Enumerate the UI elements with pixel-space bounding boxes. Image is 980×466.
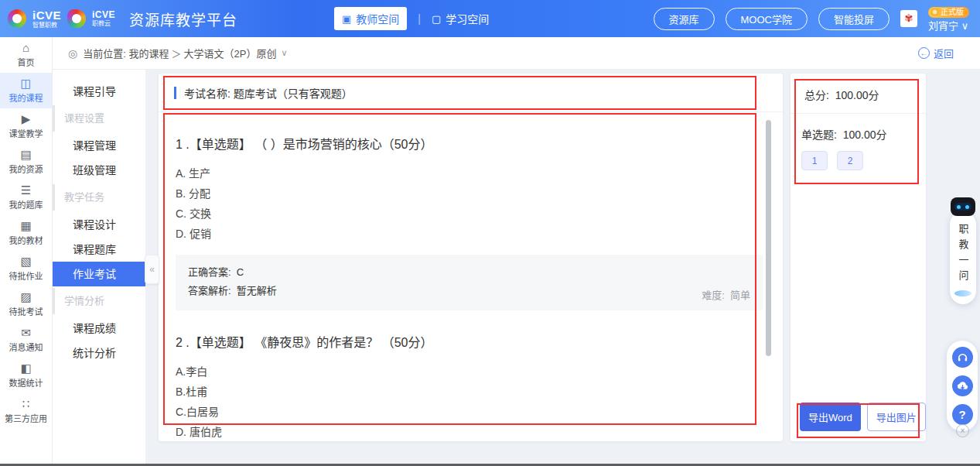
tab-teacher-label: 教师空间 — [356, 11, 399, 26]
logo-primary-sub: 智慧职教 — [32, 22, 61, 29]
sidebar-item-statistics[interactable]: ◧ 数据统计 — [0, 358, 52, 393]
cloud-download-icon — [957, 380, 968, 392]
certificate-icon[interactable]: ✾ — [900, 10, 917, 27]
menu-section-course-setup[interactable]: 课程设置 — [53, 105, 145, 132]
space-tabs: ▣ 教师空间 | ▢ 学习空间 — [334, 0, 489, 37]
top-header: iCVE 智慧职教 iCVE 职教云 资源库教学平台 ▣ 教师空间 | ▢ 学习… — [0, 0, 980, 37]
header-right: 资源库 MOOC学院 智能投屏 ✾ 正式版 刘宵宁 ∨ — [654, 7, 969, 31]
sidebar-item-messages[interactable]: ✉ 消息通知 — [0, 322, 52, 358]
headset-icon — [957, 351, 968, 363]
question-nav-button[interactable]: 1 — [801, 151, 828, 170]
sidebar-item-question-bank[interactable]: ☰ 我的题库 — [0, 180, 52, 215]
course-menu-item-label: 课程引导 — [73, 85, 116, 98]
sidebar-item-pending-exams[interactable]: ▨ 待批考试 — [0, 286, 52, 322]
sidebar-item-home[interactable]: ⌂ 首页 — [0, 37, 52, 73]
sidebar-item-icon: ▨ — [20, 291, 31, 303]
sidebar-item-my-courses[interactable]: ◫ 我的课程 — [0, 73, 52, 108]
menu-item-course-intro[interactable]: 课程引导 — [53, 79, 145, 104]
section-score-value: 100.00分 — [843, 128, 887, 141]
back-button[interactable]: ← 返回 — [918, 46, 954, 60]
sidebar-item-third-party[interactable]: ∷ 第三方应用 — [0, 393, 52, 429]
exam-name-label: 考试名称: — [184, 85, 230, 101]
platform-title: 资源库教学平台 — [129, 9, 237, 29]
question-option: A. 生产 — [176, 163, 763, 183]
sidebar-item-icon: ⌂ — [22, 42, 29, 53]
course-menu-item-label: 课程成绩 — [73, 322, 116, 334]
sidebar-item-label: 课堂教学 — [9, 127, 43, 139]
menu-item-homework-exam[interactable]: 作业考试 — [53, 262, 145, 286]
nav-smart-cast[interactable]: 智能投屏 — [818, 8, 890, 30]
nav-resource-library[interactable]: 资源库 — [654, 8, 715, 30]
sidebar-item-label: 第三方应用 — [5, 412, 47, 424]
sidebar-item-classroom[interactable]: ▶ 课堂教学 — [0, 108, 52, 144]
question-2-options: A.李白 B.杜甫 C.白居易 D. 唐伯虎 — [176, 361, 763, 441]
tab-student-space[interactable]: ▢ 学习空间 — [432, 11, 489, 26]
nav-mooc-academy[interactable]: MOOC学院 — [726, 8, 808, 30]
question-2: 2 .【单选题】 《静夜思》的作者是？ （50分） A.李白 B.杜甫 C.白居… — [176, 332, 763, 441]
logo-primary-name: iCVE — [32, 9, 61, 21]
sidebar-item-my-resources[interactable]: ▤ 我的资源 — [0, 144, 52, 180]
question-nav-button[interactable]: 2 — [837, 151, 863, 170]
customer-service-button[interactable] — [952, 347, 973, 368]
primary-sidebar: ⌂ 首页 ◫ 我的课程 ▶ 课堂教学 ▤ 我的资源 ☰ 我的题库 — [0, 37, 53, 464]
course-menu-item-label: 教学任务 — [64, 191, 104, 203]
exam-questions: 1 .【单选题】 （ ）是市场营销的核心（50分） A. 生产 B. 分配 C.… — [159, 112, 783, 441]
breadcrumb-caret-icon[interactable]: ∨ — [281, 48, 287, 58]
sidebar-item-label: 我的教材 — [9, 234, 43, 246]
export-word-button[interactable]: 导出Word — [800, 403, 861, 431]
menu-item-stat-analysis[interactable]: 统计分析 — [53, 341, 145, 365]
student-space-icon: ▢ — [432, 13, 441, 25]
help-button[interactable]: ? — [952, 404, 973, 425]
question-option: C. 交换 — [176, 204, 763, 224]
menu-collapse-handle[interactable]: « — [145, 255, 159, 284]
menu-section-analysis[interactable]: 学情分析 — [53, 288, 145, 314]
sidebar-item-label: 待批作业 — [9, 269, 43, 282]
wave-decoration — [954, 290, 971, 296]
assistant-widget[interactable]: 职教一问 — [948, 197, 978, 304]
question-1-answer-block: 正确答案: C 答案解析: 暂无解析 难度: 简单 — [176, 255, 763, 310]
sidebar-item-icon: ▦ — [20, 220, 31, 231]
sidebar-item-icon: ∷ — [22, 398, 30, 409]
question-mark-icon: ? — [958, 408, 965, 421]
menu-item-course-manage[interactable]: 课程管理 — [53, 133, 145, 158]
assistant-label: 职教一问 — [956, 224, 971, 286]
difficulty-value: 简单 — [730, 290, 750, 301]
download-button[interactable] — [952, 375, 973, 396]
teacher-space-icon: ▣ — [342, 13, 351, 25]
question-nav: 1 2 — [790, 142, 926, 170]
export-buttons: 导出Word 导出图片 — [800, 403, 926, 431]
course-menu: 课程引导 课程设置 课程管理 班级管理 教学任务 课程设计 课程题库 — [53, 70, 145, 464]
question-1-options: A. 生产 B. 分配 C. 交换 D. 促销 — [176, 163, 763, 244]
breadcrumb-separator: ＞ — [171, 46, 181, 60]
sidebar-item-icon: ◫ — [20, 77, 31, 89]
difficulty-line: 难度: 简单 — [702, 287, 750, 302]
course-menu-item-label: 课程题库 — [73, 243, 116, 255]
tab-teacher-space[interactable]: ▣ 教师空间 — [334, 7, 407, 30]
course-menu-item-label: 学情分析 — [64, 295, 104, 307]
sidebar-item-pending-homework[interactable]: ▧ 待批作业 — [0, 251, 52, 286]
question-1-title: 1 .【单选题】 （ ）是市场营销的核心（50分） — [176, 134, 763, 152]
breadcrumb-parent-link[interactable]: 我的课程 — [128, 46, 169, 60]
menu-section-teaching[interactable]: 教学任务 — [53, 184, 145, 211]
robot-icon — [951, 197, 975, 216]
course-menu-item-label: 班级管理 — [73, 164, 116, 176]
medal-icon — [931, 9, 938, 15]
sidebar-item-textbooks[interactable]: ▦ 我的教材 — [0, 215, 52, 251]
close-floating-button[interactable]: × — [956, 424, 969, 437]
export-image-button[interactable]: 导出图片 — [867, 403, 926, 431]
content-scrollbar[interactable] — [766, 120, 771, 356]
icve-zhihui-logo-icon — [8, 9, 26, 28]
menu-item-class-manage[interactable]: 班级管理 — [53, 158, 145, 183]
sidebar-item-label: 我的资源 — [9, 163, 43, 175]
sidebar-item-icon: ▶ — [22, 113, 31, 125]
sidebar-item-label: 消息通知 — [9, 341, 43, 353]
close-icon: × — [960, 426, 965, 435]
question-option: A.李白 — [176, 361, 763, 382]
user-menu[interactable]: 正式版 刘宵宁 ∨ — [928, 7, 969, 31]
menu-item-course-design[interactable]: 课程设计 — [53, 212, 145, 237]
analysis-value: 暂无解析 — [237, 285, 277, 296]
menu-item-course-grades[interactable]: 课程成绩 — [53, 316, 145, 341]
user-caret-icon: ∨ — [961, 20, 969, 32]
menu-item-course-bank[interactable]: 课程题库 — [53, 237, 145, 262]
analysis-line: 答案解析: 暂无解析 — [188, 282, 750, 300]
